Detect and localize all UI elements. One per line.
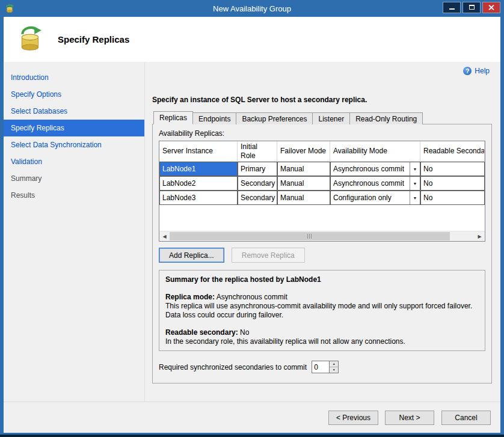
cell-readable-secondary[interactable]: No xyxy=(420,176,485,191)
cell-readable-secondary[interactable]: No xyxy=(420,191,485,205)
horizontal-scrollbar[interactable]: ◀ ▶ xyxy=(159,231,485,241)
grid-header-row: Server Instance Initial Role Failover Mo… xyxy=(159,141,485,162)
content-pane: ? Help Specify an instance of SQL Server… xyxy=(144,62,500,402)
chevron-down-icon: ▼ xyxy=(413,196,417,200)
close-icon xyxy=(488,4,494,10)
sidebar-item-introduction[interactable]: Introduction xyxy=(4,69,144,86)
secondaries-label: Required synchronized secondaries to com… xyxy=(159,363,307,371)
sidebar-item-select-data-synchronization[interactable]: Select Data Synchronization xyxy=(4,136,144,153)
secondaries-input[interactable] xyxy=(312,361,329,373)
sidebar-item-specify-options[interactable]: Specify Options xyxy=(4,86,144,103)
window-frame-bottom xyxy=(0,433,504,437)
secondaries-spinner: ▲ ▼ xyxy=(312,361,339,373)
page-title: Specify Replicas xyxy=(58,34,129,44)
column-header-server-instance: Server Instance xyxy=(159,141,238,161)
add-replica-button[interactable]: Add Replica... xyxy=(159,248,224,263)
help-label: Help xyxy=(475,67,490,75)
table-row[interactable]: LabNode3 Secondary Manual Configuration … xyxy=(159,191,485,205)
tab-read-only-routing[interactable]: Read-Only Routing xyxy=(349,112,423,124)
app-icon xyxy=(5,3,16,14)
maximize-icon xyxy=(469,5,475,10)
help-link[interactable]: ? Help xyxy=(463,67,490,75)
tab-endpoints[interactable]: Endpoints xyxy=(192,112,236,124)
thumb-grip-icon xyxy=(307,234,313,239)
table-row[interactable]: LabNode1 Primary Manual Asynchronous com… xyxy=(159,162,485,176)
replica-mode-line: Replica mode: Asynchronous commit xyxy=(165,293,479,302)
wizard-steps-sidebar: Introduction Specify Options Select Data… xyxy=(4,62,144,402)
maximize-button[interactable] xyxy=(463,2,481,13)
remove-replica-button[interactable]: Remove Replica xyxy=(232,248,305,263)
readable-secondary-line: Readable secondary: No xyxy=(165,328,479,337)
sidebar-item-specify-replicas[interactable]: Specify Replicas xyxy=(4,120,144,136)
sidebar-item-validation[interactable]: Validation xyxy=(4,153,144,170)
help-icon: ? xyxy=(463,67,472,75)
chevron-down-icon: ▼ xyxy=(413,182,417,186)
spin-down-icon[interactable]: ▼ xyxy=(330,367,338,373)
readable-secondary-description: In the secondary role, this availability… xyxy=(165,337,479,346)
cell-initial-role[interactable]: Secondary xyxy=(238,176,277,191)
replica-buttons-row: Add Replica... Remove Replica xyxy=(159,248,485,263)
column-header-failover-mode: Failover Mode xyxy=(277,141,330,161)
readable-secondary-value: No xyxy=(240,328,249,337)
minimize-icon xyxy=(449,8,455,10)
scroll-right-icon[interactable]: ▶ xyxy=(475,231,485,241)
sidebar-item-results: Results xyxy=(4,187,144,204)
cell-failover-mode[interactable]: Manual xyxy=(277,162,330,176)
scroll-left-icon[interactable]: ◀ xyxy=(159,231,170,241)
cell-server-instance[interactable]: LabNode1 xyxy=(159,162,238,176)
replica-summary-panel: Summary for the replica hosted by LabNod… xyxy=(159,270,485,351)
window-controls xyxy=(443,2,500,13)
minimize-button[interactable] xyxy=(443,2,461,13)
replica-mode-value: Asynchronous commit xyxy=(217,293,287,301)
column-header-readable-secondary: Readable Secondary xyxy=(420,141,485,161)
column-header-availability-mode: Availability Mode xyxy=(330,141,420,161)
cell-server-instance[interactable]: LabNode2 xyxy=(159,176,238,191)
cell-failover-mode[interactable]: Manual xyxy=(277,191,330,205)
cell-initial-role[interactable]: Primary xyxy=(238,162,277,176)
scrollbar-track[interactable] xyxy=(170,231,475,241)
cancel-button[interactable]: Cancel xyxy=(441,411,491,425)
availability-mode-dropdown[interactable]: Asynchronous commit ▼ xyxy=(330,176,420,191)
availability-replicas-label: Availability Replicas: xyxy=(159,129,485,138)
readable-secondary-label: Readable secondary: xyxy=(165,328,238,337)
availability-mode-dropdown[interactable]: Configuration only ▼ xyxy=(330,191,420,205)
spinner-buttons: ▲ ▼ xyxy=(329,361,338,373)
tab-replicas[interactable]: Replicas xyxy=(153,111,193,124)
dropdown-button[interactable]: ▼ xyxy=(410,191,420,204)
instruction-text: Specify an instance of SQL Server to hos… xyxy=(152,96,492,104)
chevron-down-icon: ▼ xyxy=(413,167,417,171)
tab-listener[interactable]: Listener xyxy=(312,112,350,124)
window-title: New Availability Group xyxy=(4,4,500,13)
summary-title: Summary for the replica hosted by LabNod… xyxy=(165,275,479,284)
next-button[interactable]: Next > xyxy=(385,411,434,425)
table-row[interactable]: LabNode2 Secondary Manual Asynchronous c… xyxy=(159,176,485,191)
spin-up-icon[interactable]: ▲ xyxy=(330,361,338,367)
replicas-tab-page: Availability Replicas: Server Instance I… xyxy=(152,124,492,384)
replica-mode-label: Replica mode: xyxy=(165,293,215,301)
cell-failover-mode[interactable]: Manual xyxy=(277,176,330,191)
main-area: Introduction Specify Options Select Data… xyxy=(4,62,500,402)
dropdown-button[interactable]: ▼ xyxy=(410,162,420,176)
column-header-initial-role: Initial Role xyxy=(238,141,277,161)
availability-replicas-grid: Server Instance Initial Role Failover Mo… xyxy=(159,141,485,242)
cell-initial-role[interactable]: Secondary xyxy=(238,191,277,205)
wizard-footer: < Previous Next > Cancel xyxy=(4,402,500,433)
database-sync-icon xyxy=(17,25,45,54)
window-body: Specify Replicas Introduction Specify Op… xyxy=(4,17,500,433)
tab-backup-preferences[interactable]: Backup Preferences xyxy=(236,112,313,124)
scrollbar-thumb[interactable] xyxy=(170,232,450,240)
titlebar: New Availability Group xyxy=(4,0,500,17)
wizard-header: Specify Replicas xyxy=(4,17,500,62)
dropdown-button[interactable]: ▼ xyxy=(410,177,420,190)
wizard-window: New Availability Group Specify Replicas xyxy=(0,0,504,437)
cell-server-instance[interactable]: LabNode3 xyxy=(159,191,238,205)
cell-readable-secondary[interactable]: No xyxy=(420,162,485,176)
close-button[interactable] xyxy=(482,2,500,13)
tab-strip: Replicas Endpoints Backup Preferences Li… xyxy=(152,111,492,124)
replica-mode-description: This replica will use asynchronous-commi… xyxy=(165,302,479,320)
previous-button[interactable]: < Previous xyxy=(328,411,378,425)
sidebar-item-summary: Summary xyxy=(4,170,144,187)
availability-mode-dropdown[interactable]: Asynchronous commit ▼ xyxy=(330,162,420,176)
sidebar-item-select-databases[interactable]: Select Databases xyxy=(4,103,144,120)
grid-body: LabNode1 Primary Manual Asynchronous com… xyxy=(159,162,485,205)
